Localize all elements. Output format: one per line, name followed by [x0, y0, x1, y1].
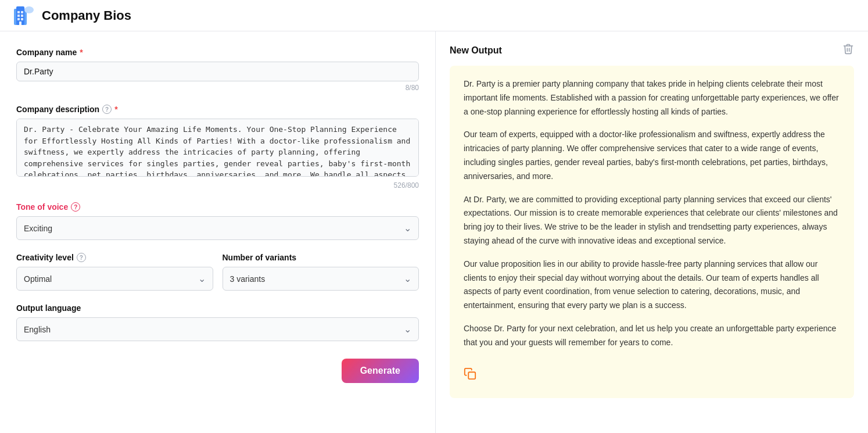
- company-name-group: Company name 8/80: [16, 48, 419, 92]
- company-description-char-count: 526/800: [16, 181, 419, 189]
- tone-of-voice-help-icon[interactable]: ?: [71, 202, 80, 212]
- company-description-label: Company description ?: [16, 105, 419, 114]
- svg-rect-5: [21, 15, 23, 17]
- tone-of-voice-group: Tone of voice ? Exciting ⌄: [16, 202, 419, 240]
- company-description-textarea[interactable]: [16, 119, 419, 177]
- creativity-level-group: Creativity level ? Optimal ⌄: [16, 253, 213, 291]
- number-of-variants-label: Number of variants: [223, 253, 419, 262]
- left-panel: Company name 8/80 Company description ? …: [0, 31, 436, 433]
- output-paragraph-2: Our team of experts, equipped with a doc…: [464, 128, 840, 183]
- creativity-level-chevron-icon: ⌄: [198, 273, 206, 284]
- main-layout: Company name 8/80 Company description ? …: [0, 31, 868, 433]
- creativity-level-label: Creativity level ?: [16, 253, 213, 262]
- company-name-input[interactable]: [16, 62, 419, 81]
- number-of-variants-dropdown[interactable]: 3 variants ⌄: [223, 267, 419, 291]
- output-language-dropdown[interactable]: English ⌄: [16, 317, 419, 341]
- company-description-help-icon[interactable]: ?: [102, 105, 112, 114]
- output-paragraph-1: Dr. Party is a premier party planning co…: [464, 77, 840, 119]
- svg-point-9: [24, 6, 34, 13]
- svg-rect-3: [21, 11, 23, 13]
- generate-button[interactable]: Generate: [342, 359, 419, 383]
- company-description-wrapper: [16, 119, 419, 179]
- right-panel: New Output Dr. Party is a premier party …: [436, 31, 868, 433]
- output-paragraph-5: Choose Dr. Party for your next celebrati…: [464, 322, 840, 350]
- output-paragraph-3: At Dr. Party, we are committed to provid…: [464, 193, 840, 248]
- trash-icon[interactable]: [842, 43, 854, 58]
- tone-of-voice-label: Tone of voice ?: [16, 202, 419, 212]
- output-card: Dr. Party is a premier party planning co…: [450, 66, 854, 398]
- tone-of-voice-chevron-icon: ⌄: [404, 223, 411, 234]
- output-header: New Output: [450, 43, 854, 58]
- output-title: New Output: [450, 45, 502, 56]
- tone-of-voice-dropdown[interactable]: Exciting ⌄: [16, 216, 419, 240]
- app-logo: [12, 4, 35, 27]
- company-name-label: Company name: [16, 48, 419, 57]
- app-title: Company Bios: [42, 8, 131, 23]
- svg-rect-4: [17, 15, 20, 17]
- app-header: Company Bios: [0, 0, 868, 31]
- creativity-level-help-icon[interactable]: ?: [77, 253, 86, 262]
- svg-rect-10: [468, 372, 475, 379]
- output-language-chevron-icon: ⌄: [404, 324, 411, 335]
- svg-rect-8: [19, 22, 21, 25]
- company-description-group: Company description ? 526/800: [16, 105, 419, 189]
- svg-rect-7: [21, 18, 23, 20]
- options-row: Creativity level ? Optimal ⌄ Number of v…: [16, 253, 419, 303]
- output-language-label: Output language: [16, 303, 419, 313]
- copy-icon[interactable]: [464, 365, 476, 387]
- svg-rect-2: [17, 11, 20, 13]
- output-language-group: Output language English ⌄: [16, 303, 419, 341]
- number-of-variants-chevron-icon: ⌄: [404, 273, 411, 284]
- creativity-level-dropdown[interactable]: Optimal ⌄: [16, 267, 213, 291]
- company-name-char-count: 8/80: [16, 84, 419, 92]
- output-paragraph-4: Our value proposition lies in our abilit…: [464, 257, 840, 313]
- svg-rect-6: [17, 18, 20, 20]
- number-of-variants-group: Number of variants 3 variants ⌄: [223, 253, 419, 291]
